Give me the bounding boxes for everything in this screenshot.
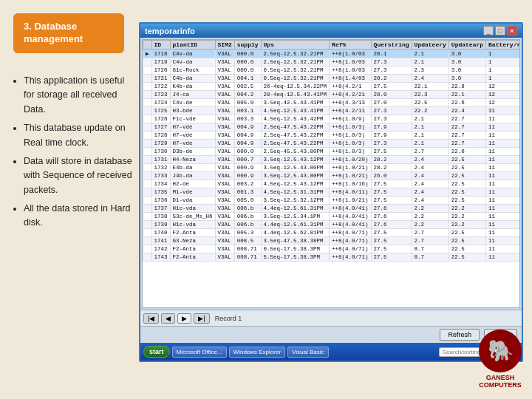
data-cell: V3AL [215,107,234,115]
data-cell: 27.3 [371,140,412,148]
table-row[interactable]: 1723J4-caV3AL004.228-4eq-12.5.43.41PM++8… [143,91,521,99]
nav-prev-button[interactable]: ◀ [161,313,175,324]
arrow-cell [143,213,152,221]
table-row[interactable]: 1724C4v-deV3AL005.03.5eq-42.5.43.41PM++8… [143,99,521,107]
window-title: temporarinfo [145,27,195,35]
taskbar-item-explorer[interactable]: Windows Explorer [229,347,285,358]
table-row[interactable]: 1733J4b-daV3AL000.93.5eq-12.5.43.80PM++8… [143,172,521,180]
data-cell: C4v-da [170,50,215,58]
data-cell: G1c-Rock [170,66,215,75]
data-cell: ++8(4.0/71) [330,253,372,262]
data-cell: 11 [486,237,520,245]
table-row[interactable]: 1739H1c-vdaV3AL006.b4.4eq-12.5.61.31PM++… [143,221,521,229]
table-row[interactable]: 1735M1-vdeV3AL001.34.5eq-12.5.31.31PM++8… [143,188,521,197]
nav-last-button[interactable]: ▶| [194,313,209,324]
data-cell: 2.4 [412,188,449,197]
data-cell: 22.5 [449,245,485,253]
data-cell: 2.4 [412,197,449,205]
data-cell: 22.4 [449,107,485,115]
table-row[interactable]: 1730D3b-deV3AL000.02.5eq-45.5.43.80PM++8… [143,148,521,156]
data-cell: 4.5eq-12.5.43.42PM [261,115,330,123]
table-row[interactable]: 1725H3-bdeV3AL003.14.5eq-12.5.43.41PM++8… [143,107,521,115]
table-row[interactable]: 1736D1-vdaV3AL005.03.5eq-12.5.32.12PM++8… [143,197,521,205]
data-cell: 1719 [151,58,170,66]
data-cell: 2.2 [412,213,449,221]
data-cell: 2.3 [412,66,449,75]
data-cell: 2.4 [412,172,449,180]
arrow-cell [143,115,152,123]
table-row[interactable]: 1742F2-AntaV3AL008.710.5eq-17.5.38.3PM++… [143,245,521,253]
data-cell: 12 [486,99,520,107]
data-cell: ++8(4.0/71) [330,237,372,245]
data-cell: 2.4 [412,164,449,172]
table-row[interactable]: 1720G1c-RockV3AL000.00.5eq-12.5.32.21PM+… [143,66,521,75]
data-cell: 004.1 [234,75,261,83]
minimize-button[interactable]: _ [483,26,494,35]
data-cell: 1740 [151,229,170,237]
data-cell: 22.7 [449,123,485,132]
data-cell: V3AL [215,164,234,172]
taskbar-item-vb[interactable]: Visual Basic [287,347,328,358]
data-cell: 3.5eq-12.5.43.12PM [261,156,330,164]
elephant-icon: 🐘 [488,341,514,361]
arrow-cell [143,245,152,253]
data-cell: 22.6 [449,99,485,107]
data-cell: 2.7 [412,148,449,156]
data-cell: 000.9 [234,172,261,180]
table-row[interactable]: 1721C4b-daV3AL004.10.5eq-12.5.32.21PM++8… [143,75,521,83]
data-cell: 11 [486,156,520,164]
table-row[interactable]: 1738S3c-de_Ms_H6V3AL006.b3.5eq-12.5.34.1… [143,213,521,221]
table-row[interactable]: 1729H7-vdeV3AL004.92.5eq-47.5.43.22PM++8… [143,140,521,148]
table-row[interactable]: 1722K4b-daV3AL002.526-4eq-12.5.34.22PM++… [143,83,521,91]
data-cell: 22.5 [449,156,485,164]
table-row[interactable]: 1728H7-vdeV3AL004.92.5eq-47.5.43.22PM++8… [143,132,521,140]
table-row[interactable]: 1726F1c-vdeV3AL003.34.5eq-12.5.43.42PM++… [143,115,521,123]
table-row[interactable]: 1732E4b-daV3AL000.93.5eq-12.5.43.80PM++8… [143,164,521,172]
data-cell: 2.7 [412,237,449,245]
data-cell: ++8(1.0/03 [330,58,372,66]
close-button[interactable]: ✕ [507,26,517,35]
table-row[interactable]: 1740F2-AntaV3AL005.34.4eq-12.5.62.81PM++… [143,229,521,237]
refresh-button[interactable]: Refresh [440,329,480,341]
data-cell: 2.1 [412,50,449,58]
data-cell: 0.5eq-12.5.32.21PM [261,66,330,75]
window-controls: _ □ ✕ [483,26,517,35]
table-row[interactable]: 1731H4-NezaV3AL000.73.5eq-12.5.43.12PM++… [143,156,521,164]
data-cell: V3AL [215,58,234,66]
taskbar-item-office[interactable]: Microsoft Office... [172,347,227,358]
table-row[interactable]: 1743F2-AntaV3AL008.715.5eq-17.5.38.3PM++… [143,253,521,262]
data-cell: 000.0 [234,50,261,58]
start-button[interactable]: start [143,346,170,358]
arrow-cell [143,107,152,115]
data-cell: 27.9 [371,132,412,140]
data-cell: 1 [486,58,520,66]
data-cell: ++8(4.2/11 [330,107,372,115]
company-logo-area: 🐘 GANESH COMPUTERS [479,330,522,389]
data-cell: V3AL [215,221,234,229]
arrow-cell [143,148,152,156]
data-cell: 22.8 [449,83,485,91]
table-row[interactable]: 1727H7-vdeV3AL004.92.5eq-47.5.43.22PM++8… [143,123,521,132]
data-cell: 3.0 [449,58,485,66]
bullet-item-4: All the data stored in Hard disk. [24,202,134,231]
data-cell: 006.b [234,205,261,213]
maximize-button[interactable]: □ [495,26,505,35]
data-cell: V3AL [215,115,234,123]
data-cell: 1742 [151,245,170,253]
data-cell: ++8(1.0/3) [330,132,372,140]
section-header: 3. Database management [13,13,124,53]
data-cell: 004.9 [234,132,261,140]
table-row[interactable]: ▶1718C4v-daV3AL000.02.5eq-12.5.32.21PM++… [143,50,521,58]
nav-next-button[interactable]: ▶ [177,313,191,324]
data-cell: 000.7 [234,156,261,164]
nav-first-button[interactable]: |◀ [143,313,159,324]
data-cell: 003.1 [234,107,261,115]
table-row[interactable]: 1741G3-NezaV3AL008.53.5eq-47.5.38.38PM++… [143,237,521,245]
data-cell: 2.5eq-47.5.43.22PM [261,140,330,148]
table-row[interactable]: 1734H2-deV3AL003.24.5eq-12.5.43.12PM++8(… [143,180,521,188]
brand-name: GANESH [479,374,522,381]
table-row[interactable]: 1719C4v-daV3AL000.02.5eq-12.5.32.21PM++8… [143,58,521,66]
data-cell: 27.6 [371,213,412,221]
data-cell: K4b-da [170,83,215,91]
table-row[interactable]: 1737H1c-vdaV3AL006.b4.4eq-12.5.61.31PM++… [143,205,521,213]
